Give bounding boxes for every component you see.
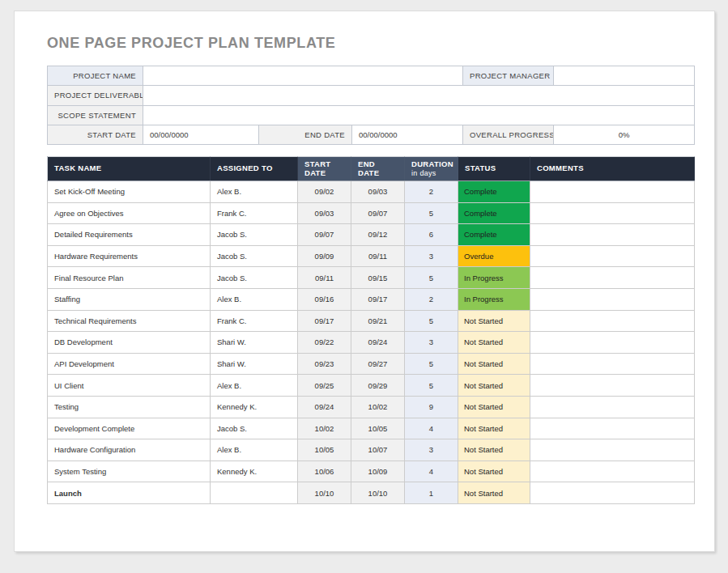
task-name-cell[interactable]: Set Kick-Off Meeting	[48, 181, 211, 203]
start-date-field[interactable]: 00/00/0000	[143, 125, 259, 144]
project-manager-field[interactable]	[554, 66, 695, 86]
status-cell[interactable]: Complete	[458, 224, 530, 246]
status-cell[interactable]: Complete	[458, 202, 530, 224]
end-date-cell[interactable]: 10/05	[351, 418, 405, 439]
comments-cell[interactable]	[530, 245, 695, 267]
duration-cell[interactable]: 3	[405, 439, 458, 461]
duration-cell[interactable]: 1	[405, 482, 458, 504]
duration-cell[interactable]: 2	[405, 181, 458, 203]
overall-progress-field[interactable]: 0%	[554, 125, 695, 144]
start-date-cell[interactable]: 09/16	[298, 288, 351, 310]
status-cell[interactable]: Not Started	[458, 482, 530, 504]
assigned-to-cell[interactable]: Shari W.	[211, 353, 298, 375]
end-date-cell[interactable]: 10/07	[351, 439, 405, 461]
assigned-to-cell[interactable]: Shari W.	[211, 332, 298, 354]
comments-cell[interactable]	[530, 181, 695, 203]
comments-cell[interactable]	[530, 461, 695, 482]
status-cell[interactable]: In Progress	[458, 267, 530, 289]
comments-cell[interactable]	[530, 418, 695, 439]
task-name-cell[interactable]: Agree on Objectives	[48, 202, 211, 224]
comments-cell[interactable]	[530, 332, 695, 354]
duration-cell[interactable]: 3	[405, 245, 458, 267]
comments-cell[interactable]	[530, 202, 695, 224]
assigned-to-cell[interactable]: Jacob S.	[211, 245, 298, 267]
task-name-cell[interactable]: Detailed Requirements	[48, 224, 211, 246]
comments-cell[interactable]	[530, 267, 695, 289]
end-date-cell[interactable]: 09/21	[351, 310, 405, 332]
status-cell[interactable]: Not Started	[458, 418, 530, 439]
start-date-cell[interactable]: 09/17	[298, 310, 351, 332]
assigned-to-cell[interactable]: Alex B.	[211, 181, 298, 203]
start-date-cell[interactable]: 10/10	[298, 482, 351, 504]
end-date-cell[interactable]: 10/09	[351, 461, 405, 482]
status-cell[interactable]: Not Started	[458, 332, 530, 354]
status-cell[interactable]: Not Started	[458, 375, 530, 397]
assigned-to-cell[interactable]: Jacob S.	[211, 267, 298, 289]
task-name-cell[interactable]: Development Complete	[48, 418, 211, 439]
status-cell[interactable]: Complete	[458, 181, 530, 203]
assigned-to-cell[interactable]: Kennedy K.	[211, 461, 298, 482]
task-name-cell[interactable]: API Development	[48, 353, 211, 375]
project-name-field[interactable]	[143, 66, 463, 86]
comments-cell[interactable]	[530, 439, 695, 461]
end-date-cell[interactable]: 09/17	[351, 288, 405, 310]
comments-cell[interactable]	[530, 353, 695, 375]
comments-cell[interactable]	[530, 482, 695, 504]
start-date-cell[interactable]: 09/03	[298, 202, 351, 224]
start-date-cell[interactable]: 09/25	[298, 375, 351, 397]
start-date-cell[interactable]: 10/06	[298, 461, 351, 482]
assigned-to-cell[interactable]: Kennedy K.	[211, 396, 298, 418]
comments-cell[interactable]	[530, 375, 695, 397]
task-name-cell[interactable]: DB Development	[48, 332, 211, 354]
end-date-cell[interactable]: 09/15	[351, 267, 405, 289]
assigned-to-cell[interactable]: Frank C.	[211, 202, 298, 224]
duration-cell[interactable]: 4	[405, 461, 458, 482]
end-date-cell[interactable]: 09/12	[351, 224, 405, 246]
assigned-to-cell[interactable]: Alex B.	[211, 439, 298, 461]
status-cell[interactable]: Not Started	[458, 353, 530, 375]
duration-cell[interactable]: 4	[405, 418, 458, 439]
status-cell[interactable]: Not Started	[458, 310, 530, 332]
start-date-cell[interactable]: 10/02	[298, 418, 351, 439]
duration-cell[interactable]: 6	[405, 224, 458, 246]
end-date-cell[interactable]: 09/24	[351, 332, 405, 354]
end-date-cell[interactable]: 10/02	[351, 396, 405, 418]
task-name-cell[interactable]: Staffing	[48, 288, 211, 310]
end-date-cell[interactable]: 09/27	[351, 353, 405, 375]
duration-cell[interactable]: 5	[405, 202, 458, 224]
assigned-to-cell[interactable]: Jacob S.	[211, 418, 298, 439]
start-date-cell[interactable]: 10/05	[298, 439, 351, 461]
start-date-cell[interactable]: 09/23	[298, 353, 351, 375]
task-name-cell[interactable]: Final Resource Plan	[48, 267, 211, 289]
comments-cell[interactable]	[530, 224, 695, 246]
status-cell[interactable]: Not Started	[458, 396, 530, 418]
task-name-cell[interactable]: Launch	[48, 482, 211, 504]
end-date-cell[interactable]: 10/10	[351, 482, 405, 504]
status-cell[interactable]: Not Started	[458, 461, 530, 482]
start-date-cell[interactable]: 09/11	[298, 267, 351, 289]
end-date-cell[interactable]: 09/03	[351, 181, 405, 203]
task-name-cell[interactable]: Testing	[48, 396, 211, 418]
start-date-cell[interactable]: 09/09	[298, 245, 351, 267]
assigned-to-cell[interactable]: Frank C.	[211, 310, 298, 332]
comments-cell[interactable]	[530, 310, 695, 332]
comments-cell[interactable]	[530, 288, 695, 310]
task-name-cell[interactable]: Technical Requirements	[48, 310, 211, 332]
start-date-cell[interactable]: 09/02	[298, 181, 351, 203]
assigned-to-cell[interactable]: Jacob S.	[211, 224, 298, 246]
comments-cell[interactable]	[530, 396, 695, 418]
end-date-cell[interactable]: 09/07	[351, 202, 405, 224]
task-name-cell[interactable]: Hardware Configuration	[48, 439, 211, 461]
assigned-to-cell[interactable]: Alex B.	[211, 288, 298, 310]
end-date-cell[interactable]: 09/29	[351, 375, 405, 397]
status-cell[interactable]: In Progress	[458, 288, 530, 310]
duration-cell[interactable]: 9	[405, 396, 458, 418]
task-name-cell[interactable]: UI Client	[48, 375, 211, 397]
status-cell[interactable]: Not Started	[458, 439, 530, 461]
start-date-cell[interactable]: 09/07	[298, 224, 351, 246]
status-cell[interactable]: Overdue	[458, 245, 530, 267]
duration-cell[interactable]: 5	[405, 375, 458, 397]
end-date-field[interactable]: 00/00/0000	[352, 125, 463, 144]
project-deliverable-field[interactable]	[143, 86, 695, 105]
duration-cell[interactable]: 5	[405, 267, 458, 289]
